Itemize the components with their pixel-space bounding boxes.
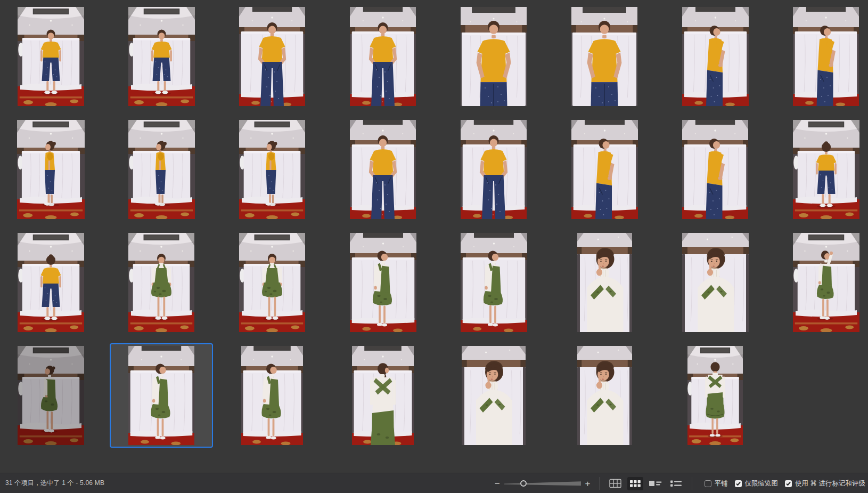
- thumbnails-only-checkbox[interactable]: 仅限缩览图: [735, 479, 779, 488]
- photo-thumbnail: [239, 120, 305, 219]
- thumbnail-cell[interactable]: [660, 346, 771, 445]
- thumbnail-cell[interactable]: [438, 233, 549, 332]
- photo-thumbnail: [462, 346, 526, 445]
- thumbnail-size-slider[interactable]: [504, 479, 581, 488]
- photo-thumbnail: [682, 233, 749, 332]
- thumbnail-cell[interactable]: [438, 120, 549, 219]
- thumbnail-cell[interactable]: [771, 233, 868, 332]
- thumbnail-cell[interactable]: [217, 346, 327, 445]
- photo-thumbnail: [350, 7, 416, 106]
- photo-thumbnail: [241, 346, 303, 445]
- photo-thumbnail: [128, 7, 195, 106]
- photo-thumbnail: [687, 346, 743, 445]
- photo-thumbnail: [682, 7, 749, 106]
- photo-thumbnail: [571, 7, 637, 106]
- photo-thumbnail: [18, 233, 84, 332]
- tile-checkbox[interactable]: 平铺: [705, 479, 728, 488]
- slider-track: [504, 479, 581, 488]
- checkbox-box: [735, 480, 742, 487]
- thumbnail-row: [0, 346, 771, 445]
- thumbnail-cell[interactable]: [106, 120, 217, 219]
- photo-thumbnail: [571, 120, 638, 219]
- thumbnail-row: [0, 233, 868, 332]
- thumbnail-row: [0, 7, 868, 106]
- thumbnail-cell[interactable]: [549, 7, 660, 106]
- check-icon: [785, 481, 791, 487]
- thumbnail-cell[interactable]: [327, 346, 438, 445]
- photo-thumbnail: [461, 233, 527, 332]
- details-view-icon: [649, 479, 662, 488]
- photo-thumbnail: [682, 120, 748, 219]
- thumbnail-cell[interactable]: [106, 7, 217, 106]
- thumbnails-only-checkbox-label: 仅限缩览图: [745, 479, 779, 488]
- checkbox-box: [705, 480, 711, 487]
- thumbnail-cell[interactable]: [217, 233, 327, 332]
- photo-thumbnail: [352, 346, 414, 445]
- thumbnail-cell[interactable]: [106, 233, 217, 332]
- thumbnail-cell[interactable]: [660, 7, 771, 106]
- thumbnail-cell[interactable]: [771, 7, 868, 106]
- bridge-content-window: 31 个项目，选中了 1 个 - 5.06 MB − +: [0, 0, 868, 493]
- lock-thumbnail-grid-button[interactable]: [607, 476, 624, 490]
- thumbnail-cell[interactable]: [549, 346, 660, 445]
- thumbnail-cell[interactable]: [217, 7, 327, 106]
- status-bar: 31 个项目，选中了 1 个 - 5.06 MB − +: [0, 473, 868, 493]
- thumbnail-cell[interactable]: [549, 233, 660, 332]
- thumbnail-cell[interactable]: [327, 120, 438, 219]
- photo-thumbnail: [577, 233, 632, 332]
- thumbnail-cell[interactable]: [438, 7, 549, 106]
- thumbnails-view-button[interactable]: [627, 477, 643, 490]
- checkbox-box: [785, 480, 792, 487]
- thumbnail-cell[interactable]: [0, 233, 106, 332]
- grid-lock-icon: [609, 479, 621, 488]
- thumbnail-cell[interactable]: [327, 233, 438, 332]
- use-cmd-rating-checkbox[interactable]: 使用 ⌘ 进行标记和评级: [785, 479, 865, 488]
- photo-thumbnail: [350, 120, 416, 219]
- photo-thumbnail: [461, 7, 527, 106]
- thumbnail-cell[interactable]: [0, 120, 106, 219]
- thumbnail-cell[interactable]: [217, 120, 327, 219]
- photo-thumbnail: [239, 7, 305, 106]
- photo-thumbnail: [350, 233, 416, 332]
- details-view-button[interactable]: [646, 477, 665, 490]
- thumbnail-cell[interactable]: [0, 346, 106, 445]
- status-text: 31 个项目，选中了 1 个 - 5.06 MB: [5, 479, 104, 488]
- zoom-out-button[interactable]: −: [492, 479, 503, 488]
- thumbnail-cell[interactable]: [660, 233, 771, 332]
- photo-thumbnail: [128, 233, 194, 332]
- zoom-in-button[interactable]: +: [582, 479, 594, 488]
- thumbnail-cell[interactable]: [0, 7, 106, 106]
- status-bar-controls: − +: [492, 473, 865, 493]
- photo-thumbnail: [461, 120, 527, 219]
- thumbnail-cell[interactable]: [327, 7, 438, 106]
- thumbnail-cell[interactable]: [438, 346, 549, 445]
- photo-thumbnail: [793, 7, 859, 106]
- thumbnail-cell[interactable]: [106, 346, 217, 445]
- thumbnail-cell[interactable]: [660, 120, 771, 219]
- tile-checkbox-label: 平铺: [715, 479, 728, 488]
- thumbnail-row: [0, 120, 868, 219]
- list-view-button[interactable]: [668, 477, 685, 490]
- photo-thumbnail: [577, 346, 632, 445]
- thumbnail-cell[interactable]: [549, 120, 660, 219]
- photo-thumbnail: [18, 346, 84, 445]
- thumbnails-view-icon: [630, 479, 641, 488]
- photo-thumbnail: [128, 346, 194, 445]
- photo-thumbnail: [17, 120, 85, 219]
- photo-thumbnail: [793, 233, 859, 332]
- divider: [599, 477, 600, 490]
- check-icon: [735, 481, 741, 487]
- photo-thumbnail: [128, 120, 195, 219]
- list-view-icon: [670, 479, 682, 488]
- photo-thumbnail: [793, 120, 859, 219]
- photo-thumbnail: [239, 233, 305, 332]
- thumbnail-cell[interactable]: [771, 120, 868, 219]
- slider-knob[interactable]: [520, 480, 527, 487]
- use-cmd-rating-checkbox-label: 使用 ⌘ 进行标记和评级: [795, 479, 865, 488]
- photo-thumbnail: [18, 7, 84, 106]
- divider: [692, 477, 692, 490]
